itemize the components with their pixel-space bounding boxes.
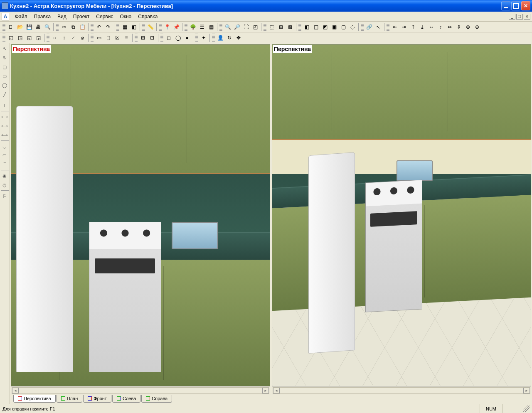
menu-сервис[interactable]: Сервис — [93, 12, 116, 21]
toolbar-handle[interactable] — [91, 23, 94, 31]
door-side-icon[interactable]: ⎘ — [0, 192, 9, 201]
toolbar-handle[interactable] — [219, 23, 222, 31]
arc1-icon[interactable]: ◡ — [0, 142, 9, 151]
door-icon[interactable]: ⎕ — [103, 33, 113, 42]
hscroll-right[interactable]: ◄ ► — [273, 387, 530, 394]
hole2-icon[interactable]: ◎ — [0, 180, 9, 189]
new-icon[interactable]: 🗋 — [6, 22, 15, 32]
box-ghost-icon[interactable]: ◌ — [348, 22, 357, 32]
panel-icon[interactable]: ▭ — [94, 33, 103, 42]
dim-r-icon[interactable]: ⌀ — [78, 33, 87, 42]
close-button[interactable] — [521, 1, 530, 10]
view3-icon[interactable]: ◱ — [25, 33, 34, 42]
align-b-icon[interactable]: ⤓ — [418, 22, 427, 32]
view-tab-фронт[interactable]: Фронт — [83, 395, 111, 403]
cube-icon[interactable]: ◻ — [164, 33, 173, 42]
mdi-minimize-button[interactable]: _ — [509, 14, 515, 20]
print-icon[interactable]: 🖶 — [34, 22, 43, 32]
toolbar-handle[interactable] — [2, 23, 5, 31]
align-h-icon[interactable]: ↔ — [427, 22, 436, 32]
redo-icon[interactable]: ↷ — [103, 22, 113, 32]
walk-icon[interactable]: 👤 — [216, 33, 225, 42]
ortho-icon[interactable]: ⊥ — [0, 101, 9, 110]
box-tex-icon[interactable]: ▣ — [330, 22, 339, 32]
box-icon[interactable]: ▢ — [0, 62, 9, 71]
tree-icon[interactable]: 🌳 — [188, 22, 197, 32]
dim2-icon[interactable]: ⟷ — [0, 121, 9, 130]
zoom-out-icon[interactable]: 🔎 — [232, 22, 241, 32]
link-icon[interactable]: 🔗 — [365, 22, 374, 32]
toolbar-handle[interactable] — [142, 23, 145, 31]
toolbar-handle[interactable] — [160, 34, 163, 42]
align-v-icon[interactable]: ↕ — [436, 22, 445, 32]
zoom-in-icon[interactable]: 🔍 — [223, 22, 232, 32]
align-t-icon[interactable]: ⤒ — [409, 22, 418, 32]
color-icon[interactable]: ◧ — [129, 22, 138, 32]
marker-icon[interactable]: 📌 — [172, 22, 181, 32]
dist-h-icon[interactable]: ⇔ — [445, 22, 454, 32]
toolbar-handle[interactable] — [2, 34, 5, 42]
scroll-left-icon[interactable]: ◄ — [273, 388, 280, 393]
toolbar-handle[interactable] — [298, 23, 301, 31]
snap2-icon[interactable]: ⊡ — [148, 33, 157, 42]
arc3-icon[interactable]: ⌒ — [0, 160, 9, 169]
grid2-icon[interactable]: ⊞ — [138, 33, 148, 42]
copy-icon[interactable]: ⧉ — [69, 22, 78, 32]
rect-icon[interactable]: ▭ — [0, 71, 9, 81]
paste-icon[interactable]: 📋 — [78, 22, 87, 32]
dim3-icon[interactable]: ⟷ — [0, 130, 9, 140]
zoom-fit-icon[interactable]: ⛶ — [241, 22, 251, 32]
join-icon[interactable]: ⊕ — [463, 22, 473, 32]
viewport-left[interactable]: Перспектива — [11, 44, 270, 386]
minimize-button[interactable] — [501, 1, 510, 10]
grid-icon[interactable]: ▦ — [120, 22, 129, 32]
hscroll-left[interactable]: ◄ ► — [12, 387, 269, 394]
shelf-icon[interactable]: ≡ — [122, 33, 131, 42]
line-icon[interactable]: ╱ — [0, 90, 9, 99]
maximize-button[interactable] — [511, 1, 520, 10]
toolbar-handle[interactable] — [47, 34, 49, 42]
view2-icon[interactable]: ◳ — [15, 33, 25, 42]
box-shade-icon[interactable]: ◩ — [320, 22, 330, 32]
toolbar-handle[interactable] — [135, 34, 138, 42]
box-hidden-icon[interactable]: ▢ — [339, 22, 348, 32]
view4-icon[interactable]: ◲ — [34, 33, 43, 42]
toolbar-handle[interactable] — [116, 23, 119, 31]
pick-icon[interactable]: ↖ — [374, 22, 383, 32]
dist-v-icon[interactable]: ⇕ — [454, 22, 463, 32]
align-l-icon[interactable]: ⇤ — [390, 22, 399, 32]
select-icon[interactable]: ⬚ — [267, 22, 276, 32]
menu-окно[interactable]: Окно — [116, 12, 135, 21]
menu-файл[interactable]: Файл — [12, 12, 31, 21]
split-icon[interactable]: ⊖ — [473, 22, 482, 32]
view-tab-план[interactable]: План — [57, 395, 83, 403]
scroll-right-icon[interactable]: ► — [523, 388, 530, 393]
menu-правка[interactable]: Правка — [31, 12, 54, 21]
toolbar-handle[interactable] — [361, 23, 364, 31]
zoom-window-icon[interactable]: ◰ — [251, 22, 260, 32]
dim-a-icon[interactable]: ⟋ — [69, 33, 78, 42]
cut-icon[interactable]: ✂ — [59, 22, 69, 32]
save-icon[interactable]: 💾 — [25, 22, 34, 32]
menu-вид[interactable]: Вид — [54, 12, 70, 21]
toolbar-handle[interactable] — [212, 34, 215, 42]
resize-grip-icon[interactable] — [523, 406, 530, 412]
toolbar-handle[interactable] — [56, 23, 59, 31]
scroll-right-icon[interactable]: ► — [262, 388, 269, 393]
rotate-icon[interactable]: ↻ — [0, 53, 9, 62]
box-color-icon[interactable]: ◧ — [302, 22, 311, 32]
sphere-icon[interactable]: ● — [182, 33, 192, 42]
cyl-icon[interactable]: ◯ — [173, 33, 182, 42]
scroll-left-icon[interactable]: ◄ — [12, 388, 19, 393]
toolbar-handle[interactable] — [195, 34, 198, 42]
props-icon[interactable]: ☰ — [197, 22, 207, 32]
viewport-right[interactable]: Перспектива — [272, 44, 531, 386]
measure-icon[interactable]: 📏 — [146, 22, 155, 32]
view-tab-перспектива[interactable]: Перспектива — [13, 395, 56, 403]
hole1-icon[interactable]: ◉ — [0, 171, 9, 180]
render-icon[interactable]: ✦ — [199, 33, 208, 42]
view-tab-слева[interactable]: Слева — [112, 395, 140, 403]
ellipse-icon[interactable]: ◯ — [0, 81, 9, 90]
snap-icon[interactable]: ⊞ — [276, 22, 286, 32]
view1-icon[interactable]: ◰ — [6, 33, 15, 42]
